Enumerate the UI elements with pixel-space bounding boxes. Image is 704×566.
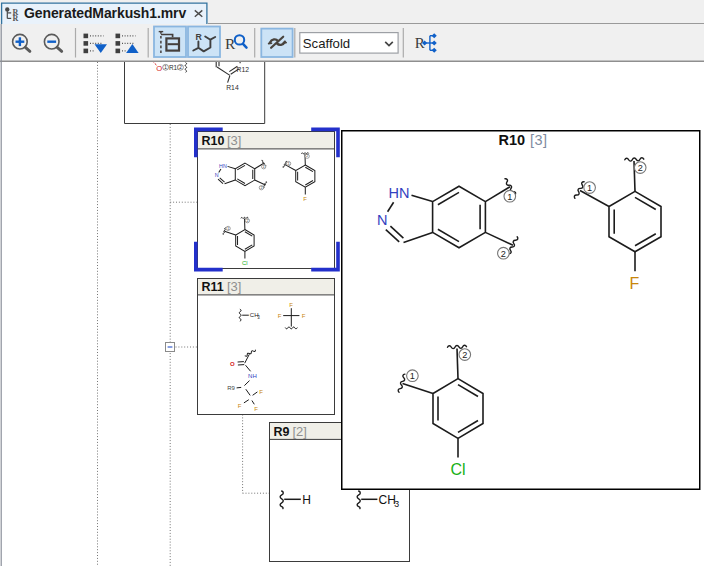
svg-text:[3]: [3] <box>227 133 241 148</box>
svg-text:F: F <box>254 406 258 412</box>
svg-text:R: R <box>13 14 19 23</box>
svg-text:F: F <box>302 313 306 319</box>
svg-text:R9: R9 <box>227 385 235 391</box>
svg-text:R10: R10 <box>499 132 526 148</box>
svg-text:HN: HN <box>389 185 410 201</box>
svg-text:Cl: Cl <box>450 461 465 478</box>
svg-text:2: 2 <box>246 219 248 223</box>
svg-text:R9: R9 <box>274 425 290 439</box>
svg-text:R: R <box>225 35 236 52</box>
svg-text:O: O <box>156 64 162 73</box>
svg-text:F: F <box>630 275 640 292</box>
svg-text:R11: R11 <box>202 280 224 294</box>
svg-text:1: 1 <box>227 227 229 231</box>
svg-text:[3]: [3] <box>227 279 241 294</box>
svg-text:2: 2 <box>260 186 262 190</box>
svg-text:F: F <box>303 196 307 202</box>
svg-text:F: F <box>259 389 263 395</box>
svg-text:[3]: [3] <box>530 132 547 148</box>
svg-text:2: 2 <box>462 350 467 360</box>
svg-text:Cl: Cl <box>242 260 248 266</box>
svg-text:R: R <box>195 32 202 42</box>
svg-text:1: 1 <box>164 65 167 70</box>
svg-text:2: 2 <box>638 163 643 173</box>
svg-text:R12: R12 <box>237 66 250 73</box>
svg-text:1: 1 <box>507 192 512 202</box>
svg-text:R14: R14 <box>226 84 239 91</box>
svg-text:Scaffold: Scaffold <box>303 36 350 51</box>
svg-text:1: 1 <box>587 183 592 193</box>
svg-text:R10: R10 <box>202 134 225 148</box>
svg-text:NH: NH <box>248 373 257 379</box>
svg-text:F: F <box>238 403 242 409</box>
svg-text:GeneratedMarkush1.mrv: GeneratedMarkush1.mrv <box>24 5 186 21</box>
svg-text:2: 2 <box>306 154 308 158</box>
svg-text:1: 1 <box>410 371 415 381</box>
svg-text:1: 1 <box>263 165 265 169</box>
svg-text:N: N <box>215 172 219 178</box>
svg-text:F: F <box>289 302 293 308</box>
svg-text:F: F <box>278 313 282 319</box>
svg-text:2: 2 <box>501 249 506 259</box>
svg-text:2: 2 <box>179 65 182 70</box>
svg-text:H: H <box>302 493 311 507</box>
svg-text:N: N <box>377 212 387 228</box>
svg-text:HN: HN <box>219 163 227 169</box>
svg-text:O: O <box>230 361 235 367</box>
svg-text:[2]: [2] <box>293 424 307 439</box>
svg-text:3: 3 <box>394 499 399 509</box>
svg-text:1: 1 <box>288 162 290 166</box>
